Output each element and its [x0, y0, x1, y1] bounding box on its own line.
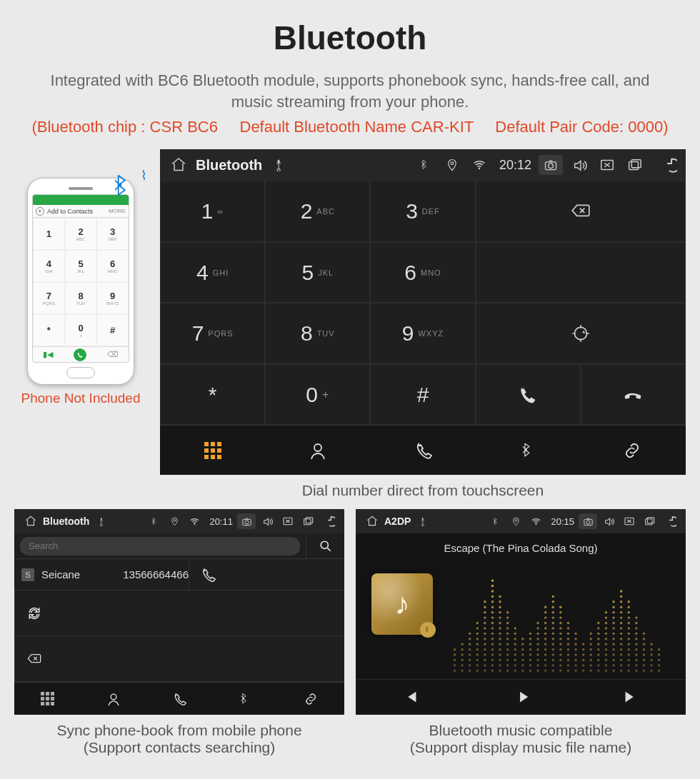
svg-point-284	[643, 659, 645, 661]
tab-call-log[interactable]	[146, 683, 212, 715]
status-bar: A2DP 20:15	[356, 509, 686, 533]
svg-point-85	[499, 595, 501, 598]
svg-point-196	[582, 643, 584, 645]
tab-contacts[interactable]	[265, 426, 370, 475]
svg-point-101	[514, 654, 516, 656]
key-8[interactable]: 8TUV	[265, 303, 370, 364]
tab-contacts[interactable]	[80, 683, 146, 715]
next-track-button[interactable]	[576, 680, 686, 715]
recent-apps-button[interactable]	[300, 513, 316, 529]
svg-point-291	[650, 665, 652, 667]
bluetooth-icon: ⌇	[109, 172, 137, 207]
svg-point-263	[628, 638, 630, 640]
svg-point-253	[620, 606, 622, 608]
svg-point-45	[484, 638, 486, 640]
key-5[interactable]: 5JKL	[265, 242, 370, 303]
svg-point-42	[484, 654, 486, 656]
svg-point-167	[559, 633, 561, 635]
home-icon[interactable]	[364, 513, 380, 529]
recent-apps-button[interactable]	[641, 513, 657, 529]
tab-call-log[interactable]	[370, 426, 475, 475]
svg-point-91	[506, 643, 509, 645]
back-button[interactable]	[320, 513, 336, 529]
contact-row[interactable]: S Seicane 13566664466	[14, 559, 344, 590]
location-icon	[508, 513, 524, 529]
screenshot-button[interactable]	[237, 513, 256, 529]
svg-point-288	[643, 638, 645, 640]
key-3[interactable]: 3DEF	[370, 181, 475, 242]
svg-point-60	[491, 633, 494, 635]
svg-point-202	[590, 643, 592, 645]
tab-bluetooth[interactable]	[476, 426, 581, 475]
back-button[interactable]	[661, 513, 677, 529]
close-app-button[interactable]	[280, 513, 296, 529]
svg-point-282	[643, 670, 645, 672]
key-hash[interactable]: #	[370, 364, 475, 426]
svg-point-92	[506, 638, 509, 640]
svg-point-203	[590, 638, 592, 640]
home-icon[interactable]	[169, 155, 189, 175]
svg-point-293	[650, 654, 652, 656]
svg-point-90	[506, 648, 509, 650]
tab-dialpad[interactable]	[160, 426, 265, 475]
search-button[interactable]	[306, 533, 344, 558]
svg-point-12	[454, 659, 456, 661]
svg-point-147	[552, 659, 554, 661]
tab-dialpad[interactable]	[14, 683, 80, 715]
volume-button[interactable]	[570, 155, 590, 175]
home-icon[interactable]	[23, 513, 39, 529]
close-app-button[interactable]	[621, 513, 637, 529]
play-pause-button[interactable]	[466, 680, 576, 715]
svg-point-131	[536, 622, 539, 624]
sync-contacts-button[interactable]	[14, 590, 53, 635]
search-input[interactable]	[20, 537, 300, 556]
svg-point-123	[536, 665, 539, 667]
close-app-button[interactable]	[597, 155, 617, 175]
recent-apps-button[interactable]	[624, 155, 644, 175]
contact-name: Seicane	[41, 568, 80, 581]
media-controls	[356, 679, 686, 715]
svg-point-258	[628, 665, 630, 667]
svg-point-214	[597, 622, 599, 624]
screenshot-button[interactable]	[539, 155, 563, 175]
svg-point-49	[484, 617, 486, 619]
key-star[interactable]: *	[160, 364, 265, 426]
back-button[interactable]	[657, 155, 677, 175]
key-6[interactable]: 6MNO	[370, 242, 475, 303]
key-1[interactable]: 1∞	[160, 181, 265, 242]
delete-contact-button[interactable]	[14, 636, 53, 681]
tab-pair[interactable]	[279, 683, 344, 715]
svg-point-198	[590, 665, 592, 667]
svg-point-252	[620, 611, 622, 613]
statusbar-title: A2DP	[384, 516, 411, 527]
screenshot-button[interactable]	[579, 513, 597, 529]
svg-point-151	[552, 638, 554, 640]
svg-point-275	[635, 648, 637, 650]
key-9[interactable]: 9WXYZ	[370, 303, 475, 364]
redial-button[interactable]	[476, 303, 686, 364]
svg-point-156	[552, 611, 554, 613]
svg-point-82	[499, 611, 501, 613]
music-note-icon: ♪	[395, 587, 410, 621]
backspace-button[interactable]	[476, 181, 686, 242]
hangup-button[interactable]	[581, 364, 686, 426]
key-0[interactable]: 0+	[265, 364, 370, 426]
prev-track-button[interactable]	[356, 680, 466, 715]
svg-point-197	[590, 670, 592, 672]
svg-point-233	[612, 638, 614, 640]
key-7[interactable]: 7PQRS	[160, 303, 265, 364]
svg-point-278	[635, 633, 637, 635]
volume-button[interactable]	[260, 513, 276, 529]
tab-bluetooth[interactable]	[212, 683, 278, 715]
key-4[interactable]: 4GHI	[160, 242, 265, 303]
bottom-tab-bar	[160, 425, 686, 475]
call-button[interactable]	[476, 364, 581, 426]
call-contact-button[interactable]	[189, 559, 227, 590]
svg-point-276	[635, 643, 637, 645]
volume-button[interactable]	[601, 513, 617, 529]
svg-point-188	[574, 643, 576, 645]
tab-pair[interactable]	[581, 426, 686, 475]
key-2[interactable]: 2ABC	[265, 181, 370, 242]
svg-point-62	[491, 622, 494, 624]
svg-point-87	[506, 665, 509, 667]
